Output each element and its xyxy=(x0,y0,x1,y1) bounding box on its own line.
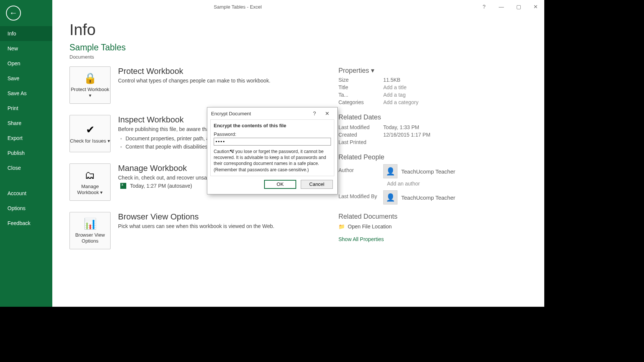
spreadsheet-icon: 📊 xyxy=(84,218,97,230)
prop-row: Ta...Add a tag xyxy=(338,92,455,98)
properties-heading[interactable]: Properties ▾ xyxy=(338,66,455,75)
sidebar-item-share[interactable]: Share xyxy=(0,116,52,131)
sidebar-item-save[interactable]: Save xyxy=(0,71,52,86)
document-icon: 🗂 xyxy=(85,169,95,181)
sidebar-item-open[interactable]: Open xyxy=(0,56,52,71)
prop-row: TitleAdd a title xyxy=(338,84,455,90)
author-row: Author 👤 TeachUcomp Teacher xyxy=(338,164,455,178)
check-for-issues-button[interactable]: ✔︎ Check for Issues ▾ xyxy=(69,115,111,152)
maximize-icon[interactable]: ▢ xyxy=(510,0,527,13)
sidebar-item-export[interactable]: Export xyxy=(0,131,52,146)
dialog-close-icon[interactable]: ✕ xyxy=(321,110,334,116)
prop-row: Size11.5KB xyxy=(338,77,455,83)
open-file-location-link[interactable]: 📁 Open File Location xyxy=(338,224,455,230)
avatar-icon: 👤 xyxy=(383,190,397,205)
dialog-title: Encrypt Document xyxy=(211,111,251,116)
date-row: Last ModifiedToday, 1:33 PM xyxy=(338,124,455,130)
close-icon[interactable]: ✕ xyxy=(527,0,544,13)
check-icon: ✔︎ xyxy=(86,124,95,136)
excel-file-icon xyxy=(120,183,126,189)
browser-view-section: 📊 Browser View Options Browser View Opti… xyxy=(69,212,338,249)
browser-view-options-button[interactable]: 📊 Browser View Options xyxy=(69,212,111,249)
window-title: Sample Tables - Excel xyxy=(0,4,476,10)
titlebar: Sample Tables - Excel ? — ▢ ✕ xyxy=(0,0,544,13)
minimize-icon[interactable]: — xyxy=(493,0,510,13)
caution-text: Caution: If you lose or forget the passw… xyxy=(214,149,331,173)
related-people-heading: Related People xyxy=(338,153,455,161)
folder-icon: 📁 xyxy=(338,224,345,230)
protect-workbook-button[interactable]: 🔒 Protect Workbook ▾ xyxy=(69,66,111,104)
page-title: Info xyxy=(69,21,527,39)
password-input[interactable] xyxy=(214,138,331,146)
sidebar-item-account[interactable]: Account xyxy=(0,186,52,201)
sidebar-item-feedback[interactable]: Feedback xyxy=(0,216,52,231)
ok-button[interactable]: OK xyxy=(264,180,296,189)
encrypt-document-dialog: Encrypt Document ? ✕ Encrypt the content… xyxy=(207,107,338,194)
add-author-link[interactable]: Add an author xyxy=(387,181,455,187)
sidebar-item-publish[interactable]: Publish xyxy=(0,146,52,160)
sidebar-item-info[interactable]: Info xyxy=(0,26,52,41)
protect-workbook-section: 🔒 Protect Workbook ▾ Protect Workbook Co… xyxy=(69,66,338,104)
last-modified-by-row: Last Modified By 👤 TeachUcomp Teacher xyxy=(338,190,455,205)
back-arrow-icon: ← xyxy=(6,6,21,21)
protect-workbook-heading: Protect Workbook xyxy=(118,66,338,76)
date-row: Created12/16/2015 1:17 PM xyxy=(338,132,455,138)
prop-row: CategoriesAdd a category xyxy=(338,99,455,105)
sidebar-item-save-as[interactable]: Save As xyxy=(0,86,52,101)
manage-workbook-button[interactable]: 🗂 Manage Workbook ▾ xyxy=(69,163,111,201)
excel-backstage-window: Sample Tables - Excel ? — ▢ ✕ TeachUcomp… xyxy=(0,0,544,307)
avatar-icon: 👤 xyxy=(383,164,397,178)
related-documents-heading: Related Documents xyxy=(338,213,455,221)
sidebar-item-print[interactable]: Print xyxy=(0,101,52,116)
browser-view-heading: Browser View Options xyxy=(118,212,338,222)
show-all-properties-link[interactable]: Show All Properties xyxy=(338,236,455,242)
document-title: Sample Tables xyxy=(69,43,527,53)
lock-icon: 🔒 xyxy=(84,72,97,84)
sidebar-item-new[interactable]: New xyxy=(0,41,52,56)
document-path: Documents xyxy=(69,54,527,60)
password-label: Password: xyxy=(214,131,331,137)
dialog-titlebar: Encrypt Document ? ✕ xyxy=(207,107,337,119)
dialog-help-icon[interactable]: ? xyxy=(308,110,321,116)
browser-view-desc: Pick what users can see when this workbo… xyxy=(118,223,338,229)
sidebar-item-close[interactable]: Close xyxy=(0,160,52,175)
dialog-subtitle: Encrypt the contents of this file xyxy=(214,123,331,128)
back-button[interactable]: ← xyxy=(0,0,52,26)
related-dates-heading: Related Dates xyxy=(338,113,455,121)
protect-workbook-desc: Control what types of changes people can… xyxy=(118,78,338,84)
backstage-sidebar: ← Info New Open Save Save As Print Share… xyxy=(0,0,52,307)
help-icon[interactable]: ? xyxy=(476,0,493,13)
sidebar-item-options[interactable]: Options xyxy=(0,201,52,216)
cancel-button[interactable]: Cancel xyxy=(301,180,333,189)
date-row: Last Printed xyxy=(338,139,455,145)
